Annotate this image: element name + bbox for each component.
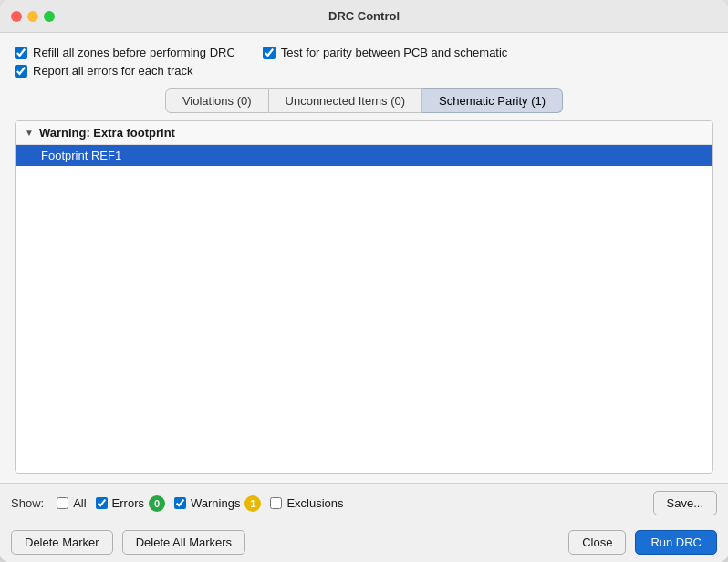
- delete-all-markers-button[interactable]: Delete All Markers: [122, 530, 245, 555]
- report-row: Report all errors for each track: [15, 64, 235, 78]
- traffic-lights: [11, 11, 55, 22]
- left-options: Refill all zones before performing DRC R…: [15, 46, 235, 78]
- maximize-traffic-light[interactable]: [44, 11, 55, 22]
- list-area: ▼ Warning: Extra footprint Footprint REF…: [15, 120, 713, 474]
- main-content: Refill all zones before performing DRC R…: [0, 33, 728, 483]
- main-window: DRC Control Refill all zones before perf…: [0, 0, 728, 562]
- list-item-text: Footprint REF1: [41, 149, 121, 162]
- show-label: Show:: [11, 496, 44, 510]
- options-row: Refill all zones before performing DRC R…: [15, 46, 713, 78]
- right-options: Test for parity between PCB and schemati…: [263, 46, 508, 78]
- warnings-badge: 1: [244, 495, 261, 512]
- warnings-filter: Warnings 1: [174, 495, 261, 512]
- errors-filter: Errors 0: [96, 495, 165, 512]
- save-button[interactable]: Save...: [653, 491, 717, 515]
- tab-schematic[interactable]: Schematic Parity (1): [422, 88, 563, 113]
- action-bar: Delete Marker Delete All Markers Close R…: [0, 523, 728, 562]
- parity-label: Test for parity between PCB and schemati…: [281, 46, 508, 59]
- parity-row: Test for parity between PCB and schemati…: [263, 46, 508, 59]
- group-header-label: Warning: Extra footprint: [39, 126, 175, 140]
- refill-label: Refill all zones before performing DRC: [33, 46, 235, 59]
- refill-checkbox[interactable]: [15, 47, 27, 59]
- window-title: DRC Control: [328, 9, 400, 23]
- chevron-down-icon: ▼: [25, 128, 34, 138]
- exclusions-label: Exclusions: [286, 496, 343, 510]
- report-checkbox[interactable]: [15, 65, 27, 78]
- tabs-row: Violations (0) Unconnected Items (0) Sch…: [15, 88, 713, 113]
- exclusions-checkbox[interactable]: [270, 497, 282, 509]
- delete-marker-button[interactable]: Delete Marker: [11, 530, 113, 555]
- tab-violations[interactable]: Violations (0): [165, 88, 269, 113]
- report-label: Report all errors for each track: [33, 64, 193, 78]
- titlebar: DRC Control: [0, 0, 728, 33]
- all-label: All: [73, 496, 86, 510]
- warnings-checkbox[interactable]: [174, 497, 186, 509]
- errors-label: Errors: [112, 496, 144, 510]
- refill-row: Refill all zones before performing DRC: [15, 46, 235, 59]
- errors-badge: 0: [149, 495, 165, 512]
- minimize-traffic-light[interactable]: [27, 11, 38, 22]
- exclusions-filter: Exclusions: [270, 496, 343, 510]
- parity-checkbox[interactable]: [263, 47, 276, 59]
- run-drc-button[interactable]: Run DRC: [635, 530, 717, 555]
- close-traffic-light[interactable]: [11, 11, 22, 22]
- tab-unconnected[interactable]: Unconnected Items (0): [269, 88, 423, 113]
- list-group-header[interactable]: ▼ Warning: Extra footprint: [16, 121, 712, 145]
- all-filter: All: [57, 496, 86, 510]
- errors-checkbox[interactable]: [96, 497, 108, 509]
- warnings-label: Warnings: [191, 496, 240, 510]
- list-item[interactable]: Footprint REF1: [16, 145, 712, 166]
- close-button[interactable]: Close: [568, 530, 626, 555]
- bottom-bar: Show: All Errors 0 Warnings 1 Exclusions…: [0, 483, 728, 523]
- all-checkbox[interactable]: [57, 497, 68, 509]
